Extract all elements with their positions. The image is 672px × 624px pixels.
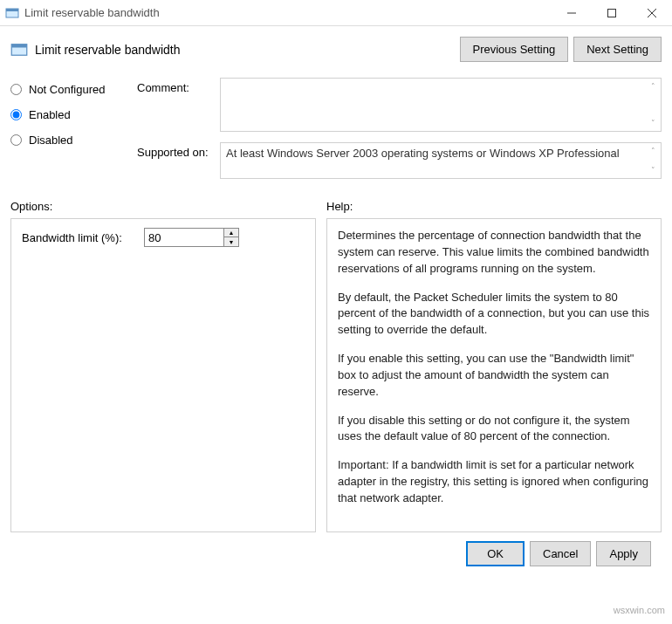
help-paragraph: By default, the Packet Scheduler limits … xyxy=(338,290,650,339)
policy-icon xyxy=(5,6,19,20)
bandwidth-limit-input[interactable] xyxy=(145,229,223,246)
spin-down-icon[interactable]: ▼ xyxy=(224,237,238,246)
radio-input-not-configured[interactable] xyxy=(10,84,22,95)
options-panel: Bandwidth limit (%): ▲ ▼ xyxy=(10,218,316,532)
help-paragraph: Determines the percentage of connection … xyxy=(338,228,650,278)
radio-label: Disabled xyxy=(29,134,73,147)
svg-rect-1 xyxy=(6,9,18,11)
radio-disabled[interactable]: Disabled xyxy=(10,134,137,147)
cancel-button[interactable]: Cancel xyxy=(530,541,591,566)
spin-up-icon[interactable]: ▲ xyxy=(224,229,238,237)
scroll-up-icon[interactable]: ˄ xyxy=(651,147,655,155)
supported-text: At least Windows Server 2003 operating s… xyxy=(226,147,620,160)
comment-field[interactable]: ˄ ˅ xyxy=(220,78,662,132)
radio-not-configured[interactable]: Not Configured xyxy=(10,83,137,96)
window-title: Limit reservable bandwidth xyxy=(24,6,552,19)
help-panel: Determines the percentage of connection … xyxy=(326,218,662,532)
radio-input-disabled[interactable] xyxy=(10,134,22,146)
comment-label: Comment: xyxy=(137,81,220,132)
next-setting-button[interactable]: Next Setting xyxy=(573,37,662,62)
help-paragraph: Important: If a bandwidth limit is set f… xyxy=(338,457,650,507)
radio-input-enabled[interactable] xyxy=(10,109,22,120)
close-button[interactable] xyxy=(632,0,672,26)
supported-field: At least Windows Server 2003 operating s… xyxy=(220,142,662,179)
supported-label: Supported on: xyxy=(137,146,220,179)
page-title: Limit reservable bandwidth xyxy=(35,43,455,57)
scroll-down-icon[interactable]: ˅ xyxy=(651,119,655,127)
minimize-button[interactable] xyxy=(552,0,592,26)
bandwidth-limit-label: Bandwidth limit (%): xyxy=(22,231,144,244)
radio-enabled[interactable]: Enabled xyxy=(10,108,137,121)
bandwidth-limit-stepper[interactable]: ▲ ▼ xyxy=(144,228,239,247)
maximize-button[interactable] xyxy=(592,0,632,26)
options-label: Options: xyxy=(10,200,316,213)
radio-label: Enabled xyxy=(29,108,71,121)
svg-rect-3 xyxy=(608,9,616,17)
svg-rect-7 xyxy=(11,44,27,47)
scroll-down-icon[interactable]: ˅ xyxy=(651,166,655,175)
apply-button[interactable]: Apply xyxy=(596,541,651,566)
help-paragraph: If you enable this setting, you can use … xyxy=(338,351,650,401)
radio-label: Not Configured xyxy=(29,83,105,96)
previous-setting-button[interactable]: Previous Setting xyxy=(460,37,569,62)
ok-button[interactable]: OK xyxy=(466,541,525,566)
scroll-up-icon[interactable]: ˄ xyxy=(651,82,655,91)
titlebar: Limit reservable bandwidth xyxy=(0,0,672,26)
help-label: Help: xyxy=(326,200,662,213)
policy-icon xyxy=(10,41,28,58)
watermark: wsxwin.com xyxy=(614,605,665,615)
help-paragraph: If you disable this setting or do not co… xyxy=(338,413,650,446)
